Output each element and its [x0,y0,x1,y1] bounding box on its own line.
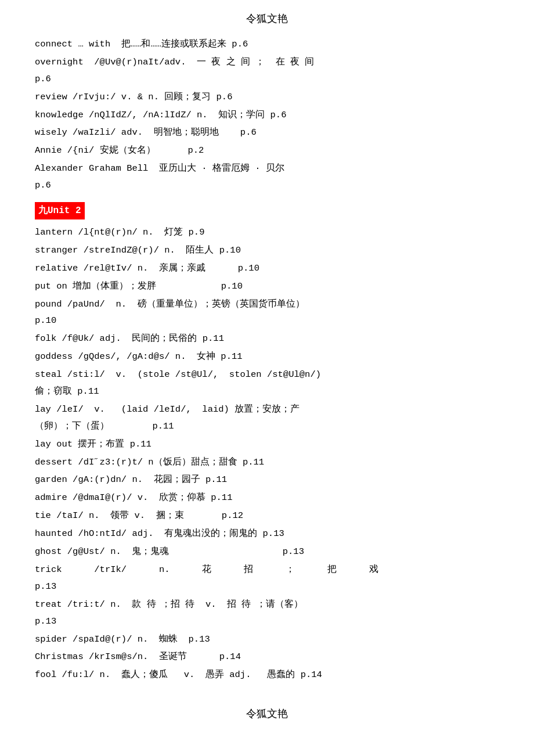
page-header: 令狐文艳 [35,12,499,26]
entry: garden /gA:(r)dn/ n. 花园；园子 p.11 [35,471,499,488]
unit-section: 九Unit 2 [35,199,499,222]
entry: overnight /@Uv@(r)naIt/adv. 一 夜 之 间 ； 在 … [35,54,499,88]
entry: spider /spaId@(r)/ n. 蜘蛛 p.13 [35,631,499,648]
entry: ghost /g@Ust/ n. 鬼；鬼魂 p.13 [35,543,499,560]
entry: folk /f@Uk/ adj. 民间的；民俗的 p.11 [35,330,499,347]
entry: tie /taI/ n. 领带 v. 捆；束 p.12 [35,507,499,524]
entry: haunted /hO:ntId/ adj. 有鬼魂出没的；闹鬼的 p.13 [35,525,499,542]
entry: Annie /{ni/ 安妮（女名） p.2 [35,142,499,159]
entry: lay /leI/ v. (laid /leId/, laid) 放置；安放；产… [35,401,499,435]
entry: wisely /waIzli/ adv. 明智地；聪明地 p.6 [35,124,499,141]
entry: connect … with 把……和……连接或联系起来 p.6 [35,36,499,53]
entry: knowledge /nQlIdZ/, /nA:lIdZ/ n. 知识；学问 p… [35,107,499,124]
entry: review /rIvju:/ v. & n. 回顾；复习 p.6 [35,89,499,106]
entry: lay out 摆开；布置 p.11 [35,436,499,453]
entry: pound /paUnd/ n. 磅（重量单位）；英镑（英国货币单位） p.10 [35,296,499,330]
entry: Alexander Graham Bell 亚历山大 · 格雷厄姆 · 贝尔 p… [35,160,499,194]
entries-before-unit: connect … with 把……和……连接或联系起来 p.6overnigh… [35,36,499,194]
entry: stranger /streIndZ@(r)/ n. 陌生人 p.10 [35,242,499,259]
entry: admire /@dmaI@(r)/ v. 欣赏；仰慕 p.11 [35,489,499,506]
entries-after-unit: lantern /l{nt@(r)n/ n. 灯笼 p.9stranger /s… [35,224,499,683]
unit-heading: 九Unit 2 [35,202,85,219]
entry: goddess /gQdes/, /gA:d@s/ n. 女神 p.11 [35,348,499,365]
entry: fool /fu:l/ n. 蠢人；傻瓜 v. 愚弄 adj. 愚蠢的 p.14 [35,667,499,683]
entry: treat /tri:t/ n. 款 待 ；招 待 v. 招 待 ；请（客） p… [35,596,499,630]
entry: dessert /dI˝z3:(r)t/ n（饭后）甜点；甜食 p.11 [35,454,499,471]
entry: relative /rel@tIv/ n. 亲属；亲戚 p.10 [35,260,499,277]
entry: trick /trIk/ n. 花 招 ； 把 戏 p.13 [35,561,499,595]
entry: steal /sti:l/ v. (stole /st@Ul/, stolen … [35,366,499,400]
content-area: connect … with 把……和……连接或联系起来 p.6overnigh… [35,36,499,683]
entry: put on 增加（体重）；发胖 p.10 [35,278,499,295]
entry: lantern /l{nt@(r)n/ n. 灯笼 p.9 [35,224,499,241]
entry: Christmas /krIsm@s/n. 圣诞节 p.14 [35,649,499,665]
page-footer: 令狐文艳 [35,707,499,721]
